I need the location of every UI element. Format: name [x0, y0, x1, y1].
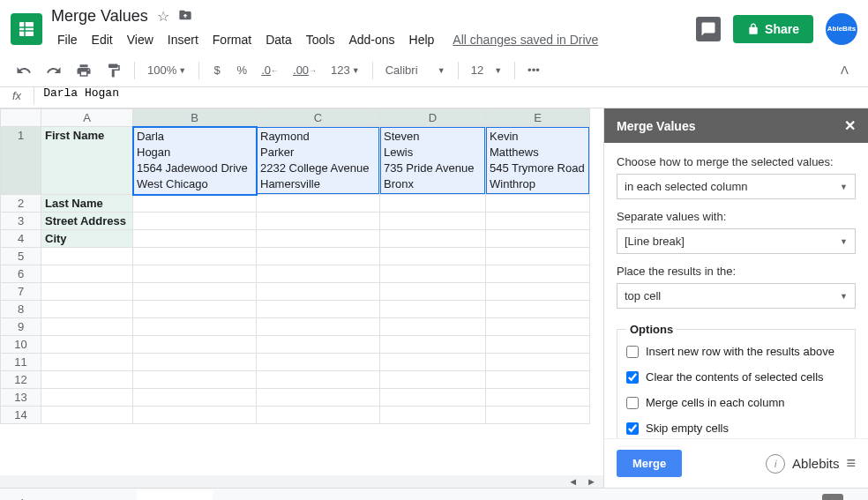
inc-decimal-button[interactable]: .00→ [288, 60, 322, 81]
zoom-dropdown[interactable]: 100% ▼ [142, 60, 191, 80]
merge-how-dropdown[interactable]: in each selected column▼ [617, 174, 856, 199]
col-header-b[interactable]: B [133, 109, 257, 127]
doc-title[interactable]: Merge Values [51, 7, 148, 26]
row-header-6[interactable]: 6 [1, 265, 41, 283]
menu-icon[interactable]: ≡ [846, 454, 856, 473]
col-header-d[interactable]: D [380, 109, 486, 127]
avatar[interactable]: AbleBits [826, 13, 857, 45]
cell-a3[interactable]: Street Address [41, 213, 133, 230]
all-sheets-icon[interactable]: ≡ [36, 489, 64, 500]
add-sheet-button[interactable]: + [9, 489, 36, 500]
fx-label[interactable]: fx [0, 87, 34, 104]
place-results-label: Place the results in the: [617, 265, 856, 278]
cell-b2[interactable] [133, 195, 257, 213]
explore-icon[interactable]: ✦ [822, 494, 843, 501]
options-legend: Options [626, 323, 677, 336]
option-skip-empty[interactable]: Skip empty cells [626, 422, 846, 435]
col-header-a[interactable]: A [41, 109, 133, 127]
share-label: Share [765, 22, 799, 36]
close-icon[interactable]: ✕ [844, 117, 856, 134]
merge-how-label: Choose how to merge the selected values: [617, 155, 856, 168]
menu-addons[interactable]: Add-ons [342, 29, 400, 50]
move-icon[interactable] [178, 8, 192, 26]
select-all-cell[interactable] [1, 109, 41, 127]
ablebits-brand-label: Ablebits [792, 456, 839, 471]
cell-d1[interactable]: Steven Lewis 735 Pride Avenue Bronx [380, 127, 486, 195]
menu-insert[interactable]: Insert [161, 29, 205, 50]
font-size-dropdown[interactable]: 12 ▼ [466, 60, 507, 80]
option-clear-contents[interactable]: Clear the contents of selected cells [626, 370, 846, 384]
row-header-14[interactable]: 14 [1, 407, 41, 424]
cell-a4[interactable]: City [41, 230, 133, 248]
cell-a2[interactable]: Last Name [41, 195, 133, 213]
menu-help[interactable]: Help [403, 29, 441, 50]
menu-edit[interactable]: Edit [86, 29, 119, 50]
row-header-9[interactable]: 9 [1, 318, 41, 336]
sidebar-title: Merge Values [617, 119, 696, 133]
tab-sheet1[interactable]: Sheet1▼ [63, 490, 137, 500]
lock-icon [747, 23, 760, 35]
scroll-right-icon[interactable]: ► [583, 476, 600, 487]
ablebits-logo-icon: i [766, 454, 785, 474]
menu-format[interactable]: Format [206, 29, 258, 50]
row-header-11[interactable]: 11 [1, 354, 41, 371]
number-format-dropdown[interactable]: 123 ▼ [326, 60, 365, 80]
cell-b1[interactable]: Darla Hogan 1564 Jadewood Drive West Chi… [133, 127, 257, 195]
menu-view[interactable]: View [121, 29, 160, 50]
row-header-7[interactable]: 7 [1, 283, 41, 301]
collapse-toolbar-icon[interactable]: ᐱ [832, 58, 857, 82]
option-merge-cells[interactable]: Merge cells in each column [626, 396, 846, 409]
separator-dropdown[interactable]: [Line break]▼ [617, 228, 856, 254]
redo-icon[interactable] [41, 60, 67, 81]
sheets-logo[interactable] [11, 13, 42, 45]
col-header-e[interactable]: E [486, 109, 590, 127]
row-header-12[interactable]: 12 [1, 371, 41, 389]
scroll-left-icon[interactable]: ◄ [565, 476, 581, 487]
currency-button[interactable]: $ [206, 60, 228, 81]
row-header-3[interactable]: 3 [1, 213, 41, 230]
separator-label: Separate values with: [617, 210, 856, 223]
cell-d2[interactable] [380, 195, 486, 213]
formula-input[interactable]: Darla Hogan [34, 87, 128, 100]
menu-file[interactable]: File [51, 29, 84, 50]
row-header-13[interactable]: 13 [1, 389, 41, 407]
font-dropdown[interactable]: Calibri ▼ [380, 60, 451, 80]
row-header-1[interactable]: 1 [1, 127, 41, 195]
undo-icon[interactable] [11, 60, 37, 81]
star-icon[interactable]: ☆ [157, 8, 169, 25]
saved-status[interactable]: All changes saved in Drive [453, 33, 598, 47]
menu-tools[interactable]: Tools [300, 29, 341, 50]
menu-data[interactable]: Data [259, 29, 298, 50]
paint-format-icon[interactable] [101, 60, 127, 81]
comment-icon[interactable] [696, 17, 721, 41]
share-button[interactable]: Share [733, 15, 813, 43]
row-header-5[interactable]: 5 [1, 248, 41, 265]
cell-a1[interactable]: First Name [41, 127, 133, 195]
merge-button[interactable]: Merge [617, 450, 682, 477]
print-icon[interactable] [71, 60, 97, 81]
horizontal-scrollbar[interactable]: ◄ ► [0, 475, 603, 488]
cell-e2[interactable] [486, 195, 590, 213]
cell-c2[interactable] [257, 195, 380, 213]
row-header-4[interactable]: 4 [1, 230, 41, 248]
row-header-8[interactable]: 8 [1, 301, 41, 318]
svg-rect-0 [19, 22, 34, 36]
col-header-c[interactable]: C [257, 109, 380, 127]
row-header-10[interactable]: 10 [1, 336, 41, 354]
cell-e1[interactable]: Kevin Matthews 545 Trymore Road Winthrop [486, 127, 590, 195]
place-results-dropdown[interactable]: top cell▼ [617, 283, 856, 309]
more-tools-icon[interactable]: ••• [522, 60, 545, 81]
percent-button[interactable]: % [231, 60, 252, 81]
cell-c1[interactable]: Raymond Parker 2232 College Avenue Hamer… [257, 127, 380, 195]
row-header-2[interactable]: 2 [1, 195, 41, 213]
dec-decimal-button[interactable]: .0← [256, 60, 284, 81]
option-insert-row[interactable]: Insert new row with the results above [626, 345, 846, 358]
tab-sheet2[interactable]: Sheet2▼ [137, 489, 213, 500]
